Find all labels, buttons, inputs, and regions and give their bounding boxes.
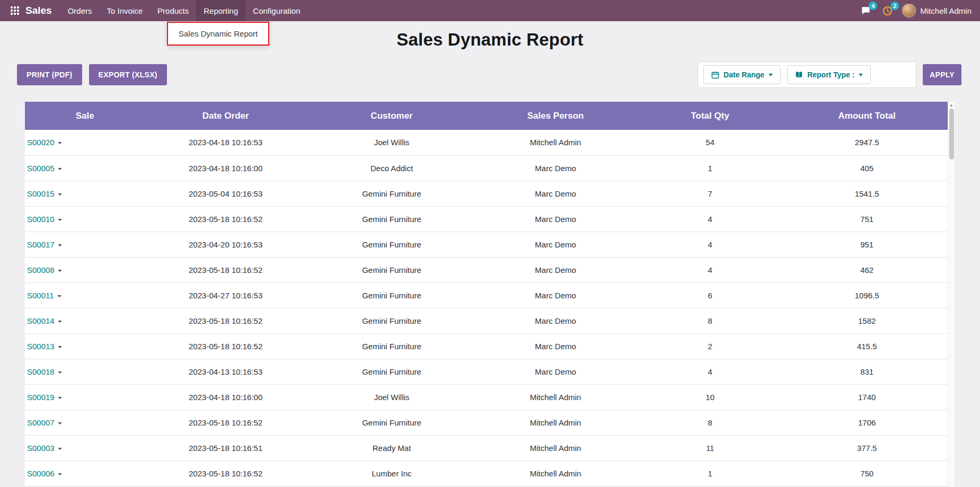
customer-cell: Gemini Furniture <box>306 333 477 359</box>
menu-products[interactable]: Products <box>150 0 196 21</box>
sale-cell: S00006 <box>25 461 145 486</box>
sale-order-link[interactable]: S00010 <box>27 215 55 224</box>
amount-total-cell: 831 <box>786 359 948 384</box>
total-qty-cell: 1 <box>634 155 786 181</box>
amount-total-cell: 415.5 <box>786 333 948 359</box>
table-row: S000142023-05-18 10:16:52Gemini Furnitur… <box>25 308 948 333</box>
user-avatar <box>902 4 916 17</box>
filters-group: Date Range Report Type : <box>698 61 916 88</box>
export-xlsx-button[interactable]: EXPORT (XLSX) <box>89 64 167 85</box>
sale-order-link[interactable]: S00017 <box>27 240 55 249</box>
report-table-area: Sale Date Order Customer Sales Person To… <box>25 102 955 486</box>
sale-order-link[interactable]: S00006 <box>27 469 55 478</box>
calendar-icon <box>711 71 719 79</box>
table-header-row: Sale Date Order Customer Sales Person To… <box>25 102 948 130</box>
report-type-dropdown[interactable]: Report Type : <box>787 65 871 84</box>
date-range-dropdown[interactable]: Date Range <box>703 65 781 84</box>
sales-person-cell: Marc Demo <box>477 333 634 359</box>
customer-cell: Gemini Furniture <box>306 206 477 232</box>
caret-down-icon[interactable] <box>58 168 62 170</box>
menu-to-invoice[interactable]: To Invoice <box>100 0 151 21</box>
customer-cell: Joel Willis <box>306 384 477 410</box>
total-qty-cell: 8 <box>634 410 786 435</box>
sale-order-link[interactable]: S00003 <box>27 444 55 453</box>
caret-down-icon[interactable] <box>57 295 61 297</box>
caret-down-icon[interactable] <box>58 321 62 323</box>
amount-total-cell: 750 <box>786 461 948 486</box>
customer-cell: Ready Mat <box>306 435 477 461</box>
date-order-cell: 2023-05-18 10:16:52 <box>145 461 306 486</box>
menu-configuration[interactable]: Configuration <box>245 0 307 21</box>
date-order-cell: 2023-05-18 10:16:52 <box>145 206 306 232</box>
sale-order-link[interactable]: S00011 <box>27 291 54 300</box>
menu-item-sales-dynamic-report[interactable]: Sales Dynamic Report <box>168 24 268 43</box>
column-header-customer: Customer <box>306 102 477 130</box>
caret-down-icon[interactable] <box>58 346 62 348</box>
sale-order-link[interactable]: S00014 <box>27 316 55 325</box>
table-row: S000102023-05-18 10:16:52Gemini Furnitur… <box>25 206 948 232</box>
sale-order-link[interactable]: S00020 <box>27 138 55 147</box>
page-title: Sales Dynamic Report <box>0 30 980 50</box>
sale-cell: S00013 <box>25 333 145 359</box>
sales-person-cell: Marc Demo <box>477 359 634 384</box>
sales-person-cell: Marc Demo <box>477 181 634 206</box>
sale-cell: S00014 <box>25 308 145 333</box>
menu-reporting[interactable]: Reporting <box>196 0 245 21</box>
apps-menu-button[interactable] <box>6 0 23 21</box>
caret-down-icon[interactable] <box>58 193 62 196</box>
sale-order-link[interactable]: S00018 <box>27 367 55 376</box>
amount-total-cell: 2947.5 <box>786 130 948 155</box>
caret-down-icon[interactable] <box>58 270 62 272</box>
brand-sales[interactable]: Sales <box>25 5 52 16</box>
sale-order-link[interactable]: S00008 <box>27 265 55 275</box>
date-range-label: Date Range <box>723 70 764 79</box>
sale-order-link[interactable]: S00015 <box>27 189 55 198</box>
sale-order-link[interactable]: S00005 <box>27 164 55 173</box>
menu-orders[interactable]: Orders <box>60 0 100 21</box>
customer-cell: Deco Addict <box>306 155 477 181</box>
messages-button[interactable]: 4 <box>859 4 873 17</box>
caret-down-icon[interactable] <box>58 397 62 399</box>
user-menu[interactable]: Mitchell Admin <box>902 4 972 17</box>
activities-button[interactable]: 2 <box>880 4 895 17</box>
scroll-up-arrow[interactable]: ▲ <box>949 102 953 109</box>
sale-cell: S00005 <box>25 155 145 181</box>
table-scrollbar[interactable]: ▲ <box>948 102 955 486</box>
caret-down-icon[interactable] <box>58 244 62 246</box>
sale-order-link[interactable]: S00019 <box>27 393 55 402</box>
sales-person-cell: Marc Demo <box>477 257 634 282</box>
total-qty-cell: 1 <box>634 461 786 486</box>
date-order-cell: 2023-05-18 10:16:52 <box>145 257 306 282</box>
activities-badge: 2 <box>890 2 899 10</box>
total-qty-cell: 4 <box>634 206 786 232</box>
date-order-cell: 2023-04-18 10:16:00 <box>145 384 306 410</box>
sale-cell: S00010 <box>25 206 145 232</box>
caret-down-icon[interactable] <box>58 219 62 221</box>
amount-total-cell: 1740 <box>786 384 948 410</box>
total-qty-cell: 4 <box>634 359 786 384</box>
caret-down-icon[interactable] <box>58 448 62 450</box>
date-order-cell: 2023-05-18 10:16:51 <box>145 435 306 461</box>
amount-total-cell: 951 <box>786 232 948 257</box>
sales-person-cell: Marc Demo <box>477 282 634 308</box>
navbar-left: Sales Orders To Invoice Products Reporti… <box>6 0 308 21</box>
date-order-cell: 2023-04-18 10:16:00 <box>145 155 306 181</box>
customer-cell: Lumber Inc <box>306 461 477 486</box>
caret-down-icon[interactable] <box>58 422 62 424</box>
date-order-cell: 2023-05-18 10:16:52 <box>145 308 306 333</box>
caret-down-icon[interactable] <box>58 473 62 475</box>
sale-order-link[interactable]: S00007 <box>27 418 55 427</box>
caret-down-icon[interactable] <box>58 371 62 374</box>
customer-cell: Gemini Furniture <box>306 359 477 384</box>
scrollbar-thumb[interactable] <box>949 109 954 160</box>
caret-down-icon[interactable] <box>58 142 62 144</box>
top-navbar: Sales Orders To Invoice Products Reporti… <box>0 0 980 21</box>
date-order-cell: 2023-05-04 10:16:53 <box>145 181 306 206</box>
systray: 4 2 Mitchell Admin <box>859 4 974 17</box>
total-qty-cell: 4 <box>634 232 786 257</box>
toolbar: PRINT (PDF) EXPORT (XLSX) Date Range <box>0 61 980 88</box>
apply-button[interactable]: APPLY <box>923 64 961 85</box>
print-pdf-button[interactable]: PRINT (PDF) <box>17 64 82 85</box>
sale-order-link[interactable]: S00013 <box>27 342 55 351</box>
book-icon <box>795 71 803 78</box>
